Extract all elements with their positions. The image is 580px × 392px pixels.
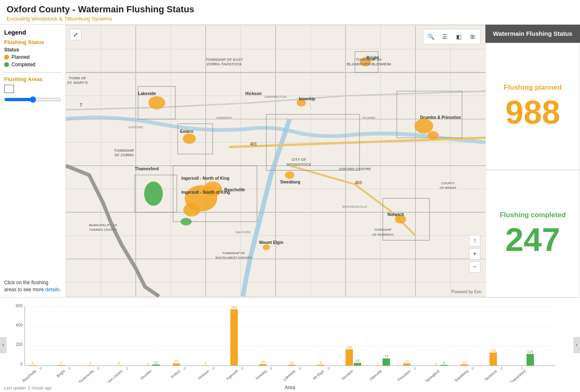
search-button[interactable]: 🔍	[425, 31, 436, 42]
map-container[interactable]: 401 403 7 TOWN OF ST. MARY'S TOWNSHIP OF…	[66, 25, 485, 297]
svg-rect-170	[461, 364, 468, 366]
chart-scroll-left-button[interactable]: ‹	[0, 337, 7, 353]
svg-text:Ingersoll: Ingersoll	[225, 369, 239, 381]
svg-rect-100	[58, 365, 65, 366]
svg-text:KINTORE: KINTORE	[128, 125, 143, 129]
svg-text:7: 7	[80, 103, 82, 107]
legend-divider	[4, 72, 61, 73]
svg-text:9: 9	[319, 361, 321, 365]
planned-stat-value: 988	[505, 96, 560, 129]
svg-text:OXFORD CENTRE: OXFORD CENTRE	[339, 167, 371, 171]
completed-stat-box: Flushing completed 247	[485, 170, 580, 297]
svg-text:PLUM80: PLUM80	[362, 116, 375, 120]
svg-rect-105	[86, 365, 94, 366]
svg-text:1: 1	[434, 362, 436, 366]
svg-text:Otterville: Otterville	[369, 369, 383, 381]
status-label: Status	[4, 47, 61, 53]
bar-chart: 0 200 400 600 60Beachville70Bright40Brow…	[8, 302, 555, 382]
flushing-status-label: Flushing Status	[4, 39, 61, 45]
svg-text:Hickson: Hickson	[245, 91, 262, 96]
svg-text:Ingersoll - South of King: Ingersoll - South of King	[181, 190, 230, 195]
svg-text:ST. MARY'S: ST. MARY'S	[67, 81, 88, 85]
last-update: Last update: 1 minute ago	[4, 386, 52, 390]
svg-text:Sweaburg: Sweaburg	[280, 180, 300, 184]
legend-planned: Planned	[4, 54, 61, 60]
svg-text:12: 12	[154, 360, 158, 364]
svg-text:TOWN OF: TOWN OF	[69, 76, 86, 80]
planned-label: Planned	[12, 54, 30, 60]
main-area: Legend Flushing Status Status Planned Co…	[0, 25, 580, 297]
svg-text:0: 0	[500, 366, 502, 371]
svg-text:SALFORD: SALFORD	[235, 230, 251, 234]
svg-text:Thamesford: Thamesford	[509, 369, 527, 382]
svg-rect-157	[383, 358, 390, 366]
map-zoom-out-button[interactable]: −	[469, 261, 480, 273]
svg-text:BURGESSVILLE: BURGESSVILLE	[343, 205, 367, 209]
svg-text:Brownsville: Brownsville	[78, 369, 95, 382]
x-axis-label: Area	[8, 385, 572, 390]
svg-rect-150	[346, 349, 353, 366]
svg-text:Embro: Embro	[180, 130, 193, 134]
svg-text:Drumbo: Drumbo	[139, 369, 152, 380]
svg-text:200: 200	[16, 342, 23, 347]
svg-text:132: 132	[490, 348, 496, 353]
svg-rect-140	[288, 365, 295, 366]
expand-button[interactable]: ⤢	[70, 29, 81, 40]
bottom-chart-area: ‹ › 0 200 400 600 60Beachville70Bright40…	[0, 297, 580, 392]
legend-title: Legend	[4, 29, 61, 36]
svg-text:28: 28	[355, 359, 360, 363]
svg-text:4: 4	[118, 361, 120, 365]
svg-text:0: 0	[183, 366, 186, 371]
svg-point-43	[144, 181, 162, 206]
svg-text:0: 0	[471, 366, 473, 371]
list-button[interactable]: ☰	[439, 31, 450, 42]
chart-scroll-right-button[interactable]: ›	[573, 337, 580, 353]
svg-text:568: 568	[231, 305, 237, 309]
svg-text:0: 0	[414, 366, 416, 371]
details-link[interactable]: details.	[45, 287, 61, 292]
svg-rect-175	[490, 353, 497, 366]
svg-text:Mt Elgin: Mt Elgin	[312, 369, 325, 381]
right-panel-header: Watermain Flushing Status	[485, 25, 580, 43]
svg-text:165: 165	[346, 345, 352, 349]
svg-text:Springford: Springford	[425, 369, 440, 382]
completed-stat-label: Flushing completed	[500, 211, 566, 219]
svg-text:0: 0	[97, 366, 99, 371]
svg-rect-135	[259, 364, 267, 366]
svg-text:OF NORWICH: OF NORWICH	[372, 233, 394, 237]
svg-rect-120	[173, 363, 180, 366]
svg-text:Bright: Bright	[367, 56, 379, 60]
svg-rect-117	[152, 364, 160, 366]
chart-scroll-container[interactable]: 0 200 400 600 60Beachville70Bright40Brow…	[0, 298, 580, 392]
svg-rect-130	[230, 309, 238, 366]
svg-point-42	[262, 244, 270, 250]
svg-text:Princeton: Princeton	[397, 369, 412, 382]
svg-text:TOWNSHIP OF EAST: TOWNSHIP OF EAST	[206, 58, 243, 62]
map-toolbar: 🔍 ☰ ◧ ⊞	[423, 29, 480, 44]
map-svg: 401 403 7 TOWN OF ST. MARY'S TOWNSHIP OF…	[66, 25, 485, 297]
svg-text:Thamesford: Thamesford	[135, 167, 159, 171]
svg-text:23: 23	[405, 359, 409, 363]
svg-text:14: 14	[462, 360, 466, 364]
svg-text:Hickson: Hickson	[197, 369, 210, 380]
grid-button[interactable]: ⊞	[467, 31, 478, 42]
area-slider[interactable]	[4, 96, 61, 103]
svg-rect-145	[317, 365, 324, 366]
completed-stat-value: 247	[505, 223, 560, 256]
svg-text:0: 0	[39, 366, 42, 371]
svg-text:SOUTH-WEST OXFORD: SOUTH-WEST OXFORD	[215, 256, 252, 260]
svg-text:Drumbo & Princeton: Drumbo & Princeton	[420, 116, 461, 120]
svg-text:1: 1	[377, 362, 379, 366]
svg-text:WOODSTOCK: WOODSTOCK	[286, 162, 311, 167]
esri-credit: Powered by Esri	[451, 290, 481, 294]
svg-text:Norwich: Norwich	[387, 212, 404, 217]
svg-text:COUNTY: COUNTY	[441, 181, 455, 185]
completed-dot-icon	[4, 62, 9, 67]
svg-point-39	[427, 131, 438, 139]
svg-text:TOWNSHIP OF: TOWNSHIP OF	[222, 251, 245, 255]
layers-button[interactable]: ◧	[453, 31, 464, 42]
svg-text:INNERKIP: INNERKIP	[217, 116, 232, 120]
planned-stat-label: Flushing planned	[504, 84, 562, 92]
map-zoom-in-button[interactable]: +	[469, 248, 480, 260]
map-north-button[interactable]: ↑	[469, 235, 480, 246]
